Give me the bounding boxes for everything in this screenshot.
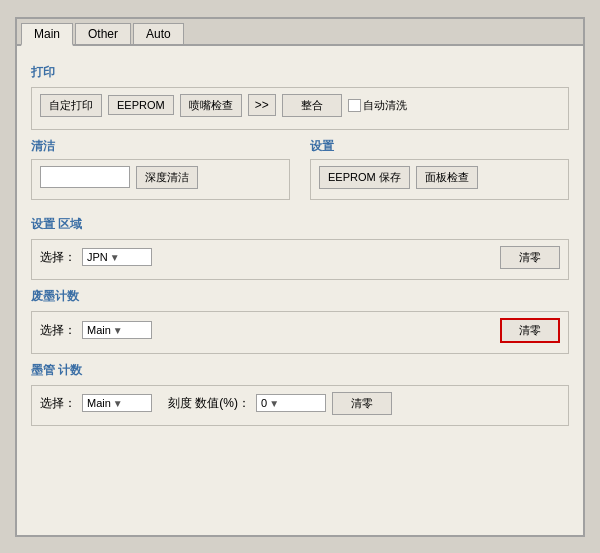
ink-count-select-arrow: ▼	[113, 398, 123, 409]
ink-count-row: 选择： Main ▼ 刻度 数值(%)： 0 ▼ 清零	[40, 392, 560, 415]
head-count-label: 选择：	[40, 322, 76, 339]
settings-region-select-value: JPN	[87, 251, 108, 263]
settings-title: 设置	[310, 138, 569, 155]
ink-count-title: 墨管 计数	[31, 362, 569, 379]
auto-clean-checkbox[interactable]	[348, 99, 361, 112]
settings-row: EEPROM 保存 面板检查	[319, 166, 560, 189]
tab-bar: Main Other Auto	[17, 19, 583, 46]
settings-region-row: 选择： JPN ▼ 清零	[40, 246, 560, 269]
tab-other[interactable]: Other	[75, 23, 131, 44]
head-count-clear-button[interactable]: 清零	[500, 318, 560, 343]
head-count-title: 废墨计数	[31, 288, 569, 305]
eeprom-button[interactable]: EEPROM	[108, 95, 174, 115]
settings-region: 设置 EEPROM 保存 面板检查	[310, 138, 569, 208]
print-section-title: 打印	[31, 64, 569, 81]
settings-section-box: EEPROM 保存 面板检查	[310, 159, 569, 200]
density-select-value: 0	[261, 397, 267, 409]
clean-title: 清洁	[31, 138, 290, 155]
clean-region: 清洁 深度清洁	[31, 138, 290, 208]
clean-settings-area: 清洁 深度清洁 设置 EEPROM 保存 面板检查	[31, 138, 569, 208]
ink-count-select[interactable]: Main ▼	[82, 394, 152, 412]
tab-main[interactable]: Main	[21, 23, 73, 46]
density-select[interactable]: 0 ▼	[256, 394, 326, 412]
head-count-select[interactable]: Main ▼	[82, 321, 152, 339]
deep-clean-button[interactable]: 深度清洁	[136, 166, 198, 189]
content-area: 打印 自定打印 EEPROM 喷嘴检查 >> 整合 自动清洗 清洁	[17, 46, 583, 532]
settings-region-label: 选择：	[40, 249, 76, 266]
head-count-row: 选择： Main ▼ 清零	[40, 318, 560, 343]
ink-count-label: 选择：	[40, 395, 76, 412]
head-count-box: 选择： Main ▼ 清零	[31, 311, 569, 354]
settings-region-select[interactable]: JPN ▼	[82, 248, 152, 266]
clean-input[interactable]	[40, 166, 130, 188]
settings-region-clear-button[interactable]: 清零	[500, 246, 560, 269]
ink-count-select-value: Main	[87, 397, 111, 409]
clean-row: 深度清洁	[40, 166, 281, 189]
auto-clean-label: 自动清洗	[363, 98, 407, 113]
align-button[interactable]: 整合	[282, 94, 342, 117]
auto-clean-checkbox-label[interactable]: 自动清洗	[348, 98, 407, 113]
head-count-select-arrow: ▼	[113, 325, 123, 336]
settings-region-title: 设置 区域	[31, 216, 569, 233]
ink-count-clear-button[interactable]: 清零	[332, 392, 392, 415]
head-count-select-value: Main	[87, 324, 111, 336]
eeprom-save-button[interactable]: EEPROM 保存	[319, 166, 410, 189]
print-buttons-row: 自定打印 EEPROM 喷嘴检查 >> 整合 自动清洗	[40, 94, 560, 117]
tab-auto[interactable]: Auto	[133, 23, 184, 44]
print-section-box: 自定打印 EEPROM 喷嘴检查 >> 整合 自动清洗	[31, 87, 569, 130]
density-select-arrow: ▼	[269, 398, 279, 409]
normal-print-button[interactable]: 自定打印	[40, 94, 102, 117]
arrow-button[interactable]: >>	[248, 94, 276, 116]
settings-region-select-arrow: ▼	[110, 252, 120, 263]
clean-section-box: 深度清洁	[31, 159, 290, 200]
panel-check-button[interactable]: 面板检查	[416, 166, 478, 189]
ink-count-box: 选择： Main ▼ 刻度 数值(%)： 0 ▼ 清零	[31, 385, 569, 426]
main-window: Main Other Auto 打印 自定打印 EEPROM 喷嘴检查 >> 整…	[15, 17, 585, 537]
settings-region-box: 选择： JPN ▼ 清零	[31, 239, 569, 280]
density-label: 刻度 数值(%)：	[168, 395, 250, 412]
nozzle-check-button[interactable]: 喷嘴检查	[180, 94, 242, 117]
